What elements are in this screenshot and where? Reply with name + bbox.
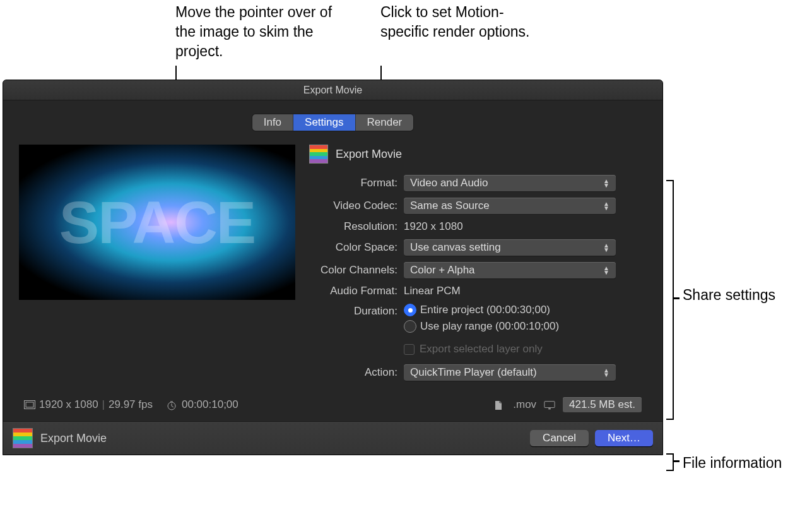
chevron-updown-icon: ▲▼ [603,266,609,275]
label-codec: Video Codec: [309,200,397,212]
status-duration: 00:00:10;00 [182,398,238,411]
footer-title: Export Movie [40,432,107,445]
destination-icon [13,428,33,448]
radio-icon [404,304,416,316]
select-value: Color + Alpha [410,264,475,277]
next-button[interactable]: Next… [595,430,653,446]
status-left: 1920 x 1080 | 29.97 fps 00:00:10;00 [24,398,238,411]
display-icon [544,400,555,409]
tab-render[interactable]: Render [356,114,414,131]
divider: | [102,398,105,411]
checkbox-icon [404,344,415,355]
checkbox-label: Export selected layer only [420,343,543,355]
file-icon [494,400,505,409]
row-colorspace: Color Space: Use canvas setting ▲▼ [309,239,647,256]
cancel-button[interactable]: Cancel [530,430,589,446]
content-area: SPACE Export Movie Format: Video and Aud… [19,145,647,387]
duration-icon [167,400,178,409]
radio-entire-project[interactable]: Entire project (00:00:30;00) [404,304,559,316]
destination-icon [309,145,328,164]
radio-icon [404,320,416,333]
size-estimate: 421.5 MB est. [563,397,642,412]
label-format: Format: [309,177,397,189]
select-channels[interactable]: Color + Alpha ▲▼ [404,262,616,278]
value-audio: Linear PCM [404,285,461,297]
destination-row: Export Movie [309,145,647,164]
export-window: Export Movie Info Settings Render SPACE … [3,80,663,455]
value-resolution: 1920 x 1080 [404,220,463,233]
select-value: QuickTime Player (default) [410,366,537,379]
bracket-stub [673,460,680,462]
row-format: Format: Video and Audio ▲▼ [309,175,647,191]
svg-rect-1 [26,402,33,407]
row-action: Action: QuickTime Player (default) ▲▼ [309,364,647,381]
select-value: Use canvas setting [410,241,501,254]
footer-bar: Export Movie Cancel Next… [3,421,662,455]
chevron-updown-icon: ▲▼ [603,368,609,377]
label-channels: Color Channels: [309,264,397,277]
preview-text: SPACE [59,188,255,257]
status-right: .mov 421.5 MB est. [494,397,642,412]
chevron-updown-icon: ▲▼ [603,201,609,210]
footer-left: Export Movie [13,428,107,448]
tab-info[interactable]: Info [252,114,293,131]
status-bar: 1920 x 1080 | 29.97 fps 00:00:10;00 .mov… [19,387,647,421]
duration-options: Entire project (00:00:30;00) Use play ra… [404,304,559,337]
label-action: Action: [309,366,397,379]
settings-panel: Export Movie Format: Video and Audio ▲▼ … [309,145,647,387]
row-codec: Video Codec: Same as Source ▲▼ [309,198,647,214]
segmented-control: Info Settings Render [252,114,414,131]
footer-buttons: Cancel Next… [530,430,653,446]
status-fps: 29.97 fps [109,398,153,411]
label-colorspace: Color Space: [309,241,397,254]
preview-thumbnail[interactable]: SPACE [19,145,295,300]
frame-size-icon [24,400,35,409]
window-body: Info Settings Render SPACE Export Movie … [3,100,662,421]
bracket-stub [673,297,680,299]
label-duration: Duration: [309,304,397,318]
select-colorspace[interactable]: Use canvas setting ▲▼ [404,239,616,256]
checkbox-export-selected: Export selected layer only [404,343,647,355]
svg-rect-3 [544,402,555,408]
select-action[interactable]: QuickTime Player (default) ▲▼ [404,364,616,381]
label-resolution: Resolution: [309,220,397,233]
select-format[interactable]: Video and Audio ▲▼ [404,175,616,191]
destination-title: Export Movie [336,148,402,161]
select-value: Video and Audio [410,177,488,189]
row-audio: Audio Format: Linear PCM [309,285,647,297]
callout-render: Click to set Motion-specific render opti… [380,3,532,42]
callout-file-info: File information [683,453,782,473]
callout-skim: Move the pointer over of the image to sk… [175,3,346,61]
tab-settings[interactable]: Settings [293,114,355,131]
radio-label: Entire project (00:00:30;00) [420,304,550,316]
radio-play-range[interactable]: Use play range (00:00:10;00) [404,320,559,333]
row-duration: Duration: Entire project (00:00:30;00) U… [309,304,647,337]
label-audio: Audio Format: [309,285,397,297]
callout-share-settings: Share settings [683,285,775,305]
status-ext: .mov [513,398,536,411]
bracket-share [666,180,674,420]
chevron-updown-icon: ▲▼ [603,179,609,188]
chevron-updown-icon: ▲▼ [603,243,609,252]
select-codec[interactable]: Same as Source ▲▼ [404,198,616,214]
radio-label: Use play range (00:00:10;00) [420,320,559,333]
status-dimensions: 1920 x 1080 [39,398,98,411]
row-resolution: Resolution: 1920 x 1080 [309,220,647,233]
window-title: Export Movie [3,80,662,100]
tab-bar: Info Settings Render [19,114,647,131]
row-channels: Color Channels: Color + Alpha ▲▼ [309,262,647,278]
bracket-fileinfo [666,453,674,471]
select-value: Same as Source [410,200,490,212]
